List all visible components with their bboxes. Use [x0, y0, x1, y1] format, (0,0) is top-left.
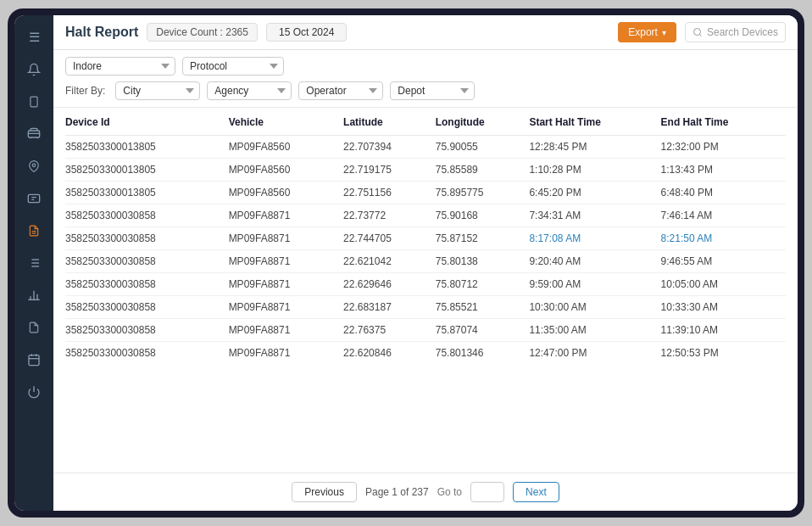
menu-icon[interactable]: ☰: [20, 24, 47, 51]
table-cell: MP09FA8871: [229, 342, 343, 365]
operator-select[interactable]: Operator: [298, 81, 383, 100]
location-select[interactable]: Indore: [65, 57, 175, 76]
table-cell: MP09FA8560: [229, 182, 343, 204]
search-box[interactable]: Search Devices: [685, 22, 786, 42]
table-cell: 11:35:00 AM: [529, 319, 660, 342]
table-cell: 1:10:28 PM: [529, 159, 660, 182]
table-cell: 3582503300013805: [65, 159, 229, 182]
svg-rect-4: [28, 194, 39, 202]
svg-line-23: [699, 34, 701, 36]
agency-select[interactable]: Agency: [207, 81, 292, 100]
pagination: Previous Page 1 of 237 Go to Next: [53, 473, 798, 511]
id-card-icon[interactable]: [20, 185, 47, 212]
list-icon[interactable]: [20, 249, 47, 277]
col-device-id: Device Id: [65, 108, 229, 136]
table-row: 3582503300030858MP09FA887122.68318775.85…: [65, 296, 786, 319]
table-cell: 7:34:31 AM: [529, 204, 660, 227]
table-cell: 3582503300030858: [65, 319, 229, 342]
chart-icon[interactable]: [20, 282, 47, 309]
table-cell: MP09FA8560: [229, 159, 343, 182]
report-icon[interactable]: [20, 217, 47, 244]
table-cell: 3582503300030858: [65, 273, 229, 296]
export-button[interactable]: Export ▾: [618, 22, 676, 42]
power-icon[interactable]: [20, 378, 47, 406]
svg-point-3: [32, 164, 36, 167]
table-cell: 9:46:55 AM: [661, 250, 786, 273]
col-start-halt: Start Halt Time: [529, 108, 660, 136]
filter-row-2: Filter By: City Agency Operator Depot: [65, 81, 786, 100]
search-icon: [692, 27, 703, 37]
col-vehicle: Vehicle: [229, 108, 343, 136]
table-cell: MP09FA8871: [229, 273, 343, 296]
svg-rect-17: [29, 355, 39, 366]
depot-select[interactable]: Depot: [390, 81, 475, 100]
table-cell: 9:20:40 AM: [529, 250, 660, 273]
date-badge: 15 Oct 2024: [266, 23, 347, 42]
table-cell: 22.76375: [343, 319, 436, 342]
table-cell: 22.621042: [343, 250, 436, 273]
table-cell: 3582503300030858: [65, 296, 229, 319]
filter-by-label: Filter By:: [65, 85, 105, 97]
table-cell: 3582503300013805: [65, 182, 229, 204]
table-wrapper: Device Id Vehicle Latitude Longitude Sta…: [53, 108, 798, 473]
previous-button[interactable]: Previous: [292, 482, 357, 502]
table-cell: 75.801346: [436, 342, 530, 365]
table-cell: 75.80712: [436, 273, 530, 296]
table-cell: 12:50:53 PM: [661, 342, 786, 365]
protocol-select[interactable]: Protocol: [182, 57, 284, 76]
table-cell: 6:48:40 PM: [661, 182, 786, 204]
table-cell: 10:05:00 AM: [661, 273, 786, 296]
city-select[interactable]: City: [115, 81, 200, 100]
table-cell: 9:59:00 AM: [529, 273, 660, 296]
bell-icon[interactable]: [20, 56, 47, 83]
col-end-halt: End Halt Time: [661, 108, 786, 136]
sidebar: ☰: [14, 15, 53, 511]
table-cell: 7:46:14 AM: [661, 204, 786, 227]
table-cell: 10:33:30 AM: [661, 296, 786, 319]
page-info: Page 1 of 237: [365, 486, 429, 498]
table-cell: 8:21:50 AM: [661, 227, 786, 250]
table-row: 3582503300030858MP09FA887122.7637575.870…: [65, 319, 786, 342]
table-cell: 12:47:00 PM: [529, 342, 660, 365]
table-cell: 22.683187: [343, 296, 436, 319]
table-cell: 75.87074: [436, 319, 530, 342]
svg-point-22: [693, 29, 700, 36]
table-cell: 22.707394: [343, 136, 436, 159]
mobile-icon[interactable]: [20, 88, 47, 115]
location-icon[interactable]: [20, 153, 47, 180]
table-body: 3582503300013805MP09FA856022.70739475.90…: [65, 136, 786, 365]
table-cell: 11:39:10 AM: [661, 319, 786, 342]
export-label: Export: [628, 26, 658, 38]
table-cell: MP09FA8871: [229, 227, 343, 250]
table-row: 3582503300030858MP09FA887122.7377275.901…: [65, 204, 786, 227]
table-cell: 22.719175: [343, 159, 436, 182]
goto-input[interactable]: [470, 482, 504, 502]
next-button[interactable]: Next: [513, 482, 559, 502]
page-title: Halt Report: [65, 25, 138, 40]
goto-label: Go to: [437, 486, 462, 498]
table-cell: MP09FA8871: [229, 204, 343, 227]
table-row: 3582503300013805MP09FA856022.75115675.89…: [65, 182, 786, 204]
filter-row-1: Indore Protocol: [65, 57, 786, 76]
main-content: Halt Report Device Count : 2365 15 Oct 2…: [53, 15, 798, 511]
filter-area: Indore Protocol Filter By: City Agency: [53, 50, 798, 108]
table-cell: 22.629646: [343, 273, 436, 296]
table-cell: MP09FA8871: [229, 296, 343, 319]
table-cell: 3582503300030858: [65, 342, 229, 365]
table-cell: 22.744705: [343, 227, 436, 250]
bus-icon[interactable]: [20, 120, 47, 148]
table-row: 3582503300030858MP09FA887122.62104275.80…: [65, 250, 786, 273]
table-cell: 75.90055: [436, 136, 530, 159]
table-cell: 12:32:00 PM: [661, 136, 786, 159]
table-cell: 3582503300030858: [65, 227, 229, 250]
calendar-icon[interactable]: [20, 346, 47, 373]
table-cell: 22.751156: [343, 182, 436, 204]
table-cell: 22.620846: [343, 342, 436, 365]
col-longitude: Longitude: [436, 108, 530, 136]
table-cell: 1:13:43 PM: [661, 159, 786, 182]
table-row: 3582503300013805MP09FA856022.71917575.85…: [65, 159, 786, 182]
table-row: 3582503300030858MP09FA887122.74470575.87…: [65, 227, 786, 250]
table-cell: 75.85589: [436, 159, 530, 182]
table-row: 3582503300030858MP09FA887122.62084675.80…: [65, 342, 786, 365]
file-export-icon[interactable]: [20, 314, 47, 341]
